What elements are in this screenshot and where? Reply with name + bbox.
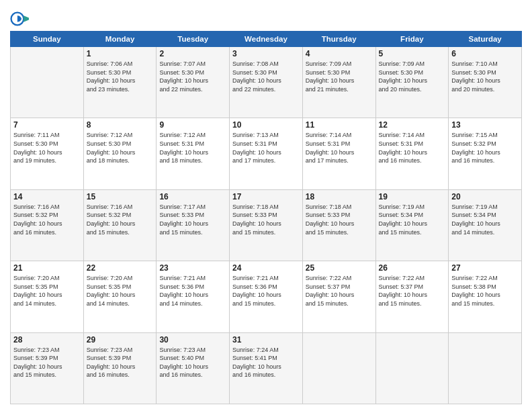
logo [10, 9, 32, 28]
day-number: 19 [379, 192, 446, 201]
day-info: Sunrise: 7:24 AM Sunset: 5:41 PM Dayligh… [232, 346, 300, 379]
day-number: 26 [379, 263, 446, 273]
day-info: Sunrise: 7:12 AM Sunset: 5:31 PM Dayligh… [159, 131, 226, 165]
calendar-cell: 29Sunrise: 7:23 AM Sunset: 5:39 PM Dayli… [83, 332, 157, 404]
day-number: 30 [159, 335, 226, 345]
calendar-cell: 1Sunrise: 7:06 AM Sunset: 5:30 PM Daylig… [83, 47, 157, 118]
day-number: 6 [451, 49, 519, 58]
day-number: 5 [379, 49, 446, 58]
day-header-monday: Monday [83, 32, 157, 47]
calendar-cell: 30Sunrise: 7:23 AM Sunset: 5:40 PM Dayli… [157, 332, 230, 404]
calendar-cell: 4Sunrise: 7:09 AM Sunset: 5:30 PM Daylig… [302, 47, 375, 118]
day-info: Sunrise: 7:12 AM Sunset: 5:30 PM Dayligh… [87, 131, 154, 165]
day-header-saturday: Saturday [449, 32, 522, 47]
calendar-cell: 26Sunrise: 7:22 AM Sunset: 5:37 PM Dayli… [375, 261, 449, 332]
calendar-cell: 8Sunrise: 7:12 AM Sunset: 5:30 PM Daylig… [83, 118, 157, 189]
calendar-cell: 21Sunrise: 7:20 AM Sunset: 5:35 PM Dayli… [11, 261, 84, 332]
day-number: 3 [232, 49, 300, 58]
week-row-2: 14Sunrise: 7:16 AM Sunset: 5:32 PM Dayli… [11, 189, 522, 261]
calendar-cell: 31Sunrise: 7:24 AM Sunset: 5:41 PM Dayli… [230, 332, 303, 404]
calendar-cell: 24Sunrise: 7:21 AM Sunset: 5:36 PM Dayli… [230, 261, 303, 332]
calendar-cell: 27Sunrise: 7:22 AM Sunset: 5:38 PM Dayli… [449, 261, 522, 332]
day-number: 11 [306, 120, 373, 130]
day-info: Sunrise: 7:23 AM Sunset: 5:39 PM Dayligh… [87, 346, 154, 379]
calendar-cell: 5Sunrise: 7:09 AM Sunset: 5:30 PM Daylig… [375, 47, 449, 118]
calendar-cell: 19Sunrise: 7:19 AM Sunset: 5:34 PM Dayli… [375, 189, 449, 261]
day-info: Sunrise: 7:08 AM Sunset: 5:30 PM Dayligh… [232, 60, 300, 93]
svg-marker-1 [24, 15, 29, 21]
day-info: Sunrise: 7:23 AM Sunset: 5:39 PM Dayligh… [13, 346, 81, 379]
calendar-cell: 25Sunrise: 7:22 AM Sunset: 5:37 PM Dayli… [302, 261, 375, 332]
day-info: Sunrise: 7:09 AM Sunset: 5:30 PM Dayligh… [306, 60, 373, 93]
day-info: Sunrise: 7:22 AM Sunset: 5:37 PM Dayligh… [306, 274, 373, 308]
day-number: 28 [13, 335, 81, 345]
calendar-table: SundayMondayTuesdayWednesdayThursdayFrid… [10, 31, 522, 404]
day-number: 17 [232, 192, 300, 201]
day-info: Sunrise: 7:21 AM Sunset: 5:36 PM Dayligh… [232, 274, 300, 308]
day-number: 8 [87, 120, 154, 130]
day-info: Sunrise: 7:18 AM Sunset: 5:33 PM Dayligh… [232, 203, 300, 236]
day-number: 12 [379, 120, 446, 130]
day-info: Sunrise: 7:18 AM Sunset: 5:33 PM Dayligh… [306, 203, 373, 236]
calendar-cell [375, 332, 449, 404]
calendar-cell: 12Sunrise: 7:14 AM Sunset: 5:31 PM Dayli… [375, 118, 449, 189]
header [10, 7, 522, 28]
day-info: Sunrise: 7:09 AM Sunset: 5:30 PM Dayligh… [379, 60, 446, 93]
day-number: 16 [159, 192, 226, 201]
day-info: Sunrise: 7:15 AM Sunset: 5:32 PM Dayligh… [451, 131, 519, 165]
calendar-cell: 11Sunrise: 7:14 AM Sunset: 5:31 PM Dayli… [302, 118, 375, 189]
day-number: 2 [159, 49, 226, 58]
calendar-cell: 10Sunrise: 7:13 AM Sunset: 5:31 PM Dayli… [230, 118, 303, 189]
day-header-thursday: Thursday [302, 32, 375, 47]
calendar-cell: 13Sunrise: 7:15 AM Sunset: 5:32 PM Dayli… [449, 118, 522, 189]
calendar-cell: 9Sunrise: 7:12 AM Sunset: 5:31 PM Daylig… [157, 118, 230, 189]
calendar-cell: 22Sunrise: 7:20 AM Sunset: 5:35 PM Dayli… [83, 261, 157, 332]
calendar-cell: 16Sunrise: 7:17 AM Sunset: 5:33 PM Dayli… [157, 189, 230, 261]
day-number: 23 [159, 263, 226, 273]
calendar-cell: 18Sunrise: 7:18 AM Sunset: 5:33 PM Dayli… [302, 189, 375, 261]
day-info: Sunrise: 7:14 AM Sunset: 5:31 PM Dayligh… [306, 131, 373, 165]
calendar-cell [11, 47, 84, 118]
calendar-cell: 6Sunrise: 7:10 AM Sunset: 5:30 PM Daylig… [449, 47, 522, 118]
day-info: Sunrise: 7:22 AM Sunset: 5:38 PM Dayligh… [451, 274, 519, 308]
calendar-cell: 20Sunrise: 7:19 AM Sunset: 5:34 PM Dayli… [449, 189, 522, 261]
day-number: 9 [159, 120, 226, 130]
week-row-3: 21Sunrise: 7:20 AM Sunset: 5:35 PM Dayli… [11, 261, 522, 332]
day-info: Sunrise: 7:07 AM Sunset: 5:30 PM Dayligh… [159, 60, 226, 93]
day-info: Sunrise: 7:22 AM Sunset: 5:37 PM Dayligh… [379, 274, 446, 308]
day-number: 29 [87, 335, 154, 345]
day-info: Sunrise: 7:10 AM Sunset: 5:30 PM Dayligh… [451, 60, 519, 93]
day-header-tuesday: Tuesday [157, 32, 230, 47]
day-info: Sunrise: 7:21 AM Sunset: 5:36 PM Dayligh… [159, 274, 226, 308]
day-info: Sunrise: 7:11 AM Sunset: 5:30 PM Dayligh… [13, 131, 81, 165]
day-number: 27 [451, 263, 519, 273]
day-header-friday: Friday [375, 32, 449, 47]
day-number: 21 [13, 263, 81, 273]
day-info: Sunrise: 7:14 AM Sunset: 5:31 PM Dayligh… [379, 131, 446, 165]
calendar-cell: 14Sunrise: 7:16 AM Sunset: 5:32 PM Dayli… [11, 189, 84, 261]
day-number: 20 [451, 192, 519, 201]
day-info: Sunrise: 7:13 AM Sunset: 5:31 PM Dayligh… [232, 131, 300, 165]
week-row-4: 28Sunrise: 7:23 AM Sunset: 5:39 PM Dayli… [11, 332, 522, 404]
calendar-cell: 7Sunrise: 7:11 AM Sunset: 5:30 PM Daylig… [11, 118, 84, 189]
day-info: Sunrise: 7:16 AM Sunset: 5:32 PM Dayligh… [87, 203, 154, 236]
calendar-cell [449, 332, 522, 404]
day-number: 22 [87, 263, 154, 273]
day-info: Sunrise: 7:06 AM Sunset: 5:30 PM Dayligh… [87, 60, 154, 93]
day-header-wednesday: Wednesday [230, 32, 303, 47]
calendar-cell [302, 332, 375, 404]
calendar-cell: 3Sunrise: 7:08 AM Sunset: 5:30 PM Daylig… [230, 47, 303, 118]
day-number: 25 [306, 263, 373, 273]
week-row-0: 1Sunrise: 7:06 AM Sunset: 5:30 PM Daylig… [11, 47, 522, 118]
calendar-cell: 17Sunrise: 7:18 AM Sunset: 5:33 PM Dayli… [230, 189, 303, 261]
calendar-cell: 2Sunrise: 7:07 AM Sunset: 5:30 PM Daylig… [157, 47, 230, 118]
week-row-1: 7Sunrise: 7:11 AM Sunset: 5:30 PM Daylig… [11, 118, 522, 189]
day-header-sunday: Sunday [11, 32, 84, 47]
day-number: 10 [232, 120, 300, 130]
day-number: 13 [451, 120, 519, 130]
day-number: 24 [232, 263, 300, 273]
logo-icon [10, 9, 29, 28]
day-info: Sunrise: 7:19 AM Sunset: 5:34 PM Dayligh… [451, 203, 519, 236]
day-info: Sunrise: 7:19 AM Sunset: 5:34 PM Dayligh… [379, 203, 446, 236]
day-number: 7 [13, 120, 81, 130]
